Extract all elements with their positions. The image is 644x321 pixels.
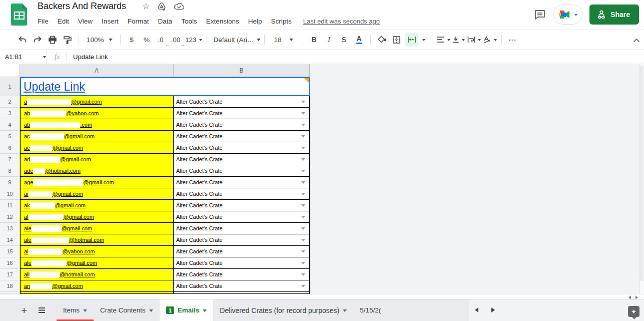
increase-decimal-button[interactable]: .00→ [170, 33, 183, 47]
cell-dropdown-arrow-icon[interactable] [301, 239, 305, 241]
sheet-tab-crate-contents[interactable]: Crate Contents [94, 299, 160, 321]
cell-dropdown-arrow-icon[interactable] [301, 262, 305, 264]
explore-button[interactable]: ✦ [628, 306, 639, 317]
email-link[interactable]: a@gmail.com [24, 99, 102, 105]
crate-cell[interactable]: Alter Cadet's Crate [174, 96, 310, 108]
email-link[interactable]: ai@gmail.com [24, 191, 83, 197]
meet-button[interactable] [553, 5, 582, 25]
sheets-logo-icon[interactable] [11, 3, 28, 26]
format-percent-button[interactable]: % [140, 33, 153, 47]
select-all-corner[interactable] [0, 64, 20, 77]
email-cell[interactable]: an@gmail.com [20, 280, 174, 292]
row-header[interactable]: 18 [0, 280, 20, 292]
row-header[interactable]: 15 [0, 246, 20, 257]
crate-cell[interactable]: Alter Cadet's Crate [174, 246, 310, 257]
email-cell[interactable]: ade@hotmail.com [20, 165, 174, 177]
email-link[interactable]: al@yahoo.com [24, 248, 95, 255]
row-header[interactable]: 16 [0, 257, 20, 269]
row-header[interactable]: 3 [0, 108, 20, 119]
cell-dropdown-arrow-icon[interactable] [301, 204, 305, 207]
row-header[interactable]: 8 [0, 165, 20, 177]
formula-input[interactable]: Update Link [67, 53, 108, 61]
row-header[interactable]: 14 [0, 234, 20, 246]
font-size-select[interactable]: 18 [269, 33, 298, 47]
cell-dropdown-arrow-icon[interactable] [301, 135, 305, 138]
cell-dropdown-arrow-icon[interactable] [301, 285, 305, 287]
row-header[interactable]: 12 [0, 211, 20, 223]
vertical-scrollbar[interactable] [639, 64, 644, 294]
update-link-hyperlink[interactable]: Update Link [24, 80, 85, 94]
crate-cell[interactable]: Alter Cadet's Crate [174, 223, 310, 234]
cell-dropdown-arrow-icon[interactable] [301, 273, 305, 276]
zoom-select[interactable]: 100% [84, 33, 116, 47]
email-link[interactable]: ale@gmail.com [24, 225, 92, 232]
cell-dropdown-arrow-icon[interactable] [301, 216, 305, 218]
tab-menu-caret[interactable] [83, 309, 87, 314]
crate-cell[interactable]: Alter Cadet's Crate [174, 257, 310, 269]
row-header[interactable]: 4 [0, 119, 20, 131]
column-header-a[interactable]: A [20, 64, 174, 77]
crate-cell[interactable]: Alter Cadet's Crate [174, 280, 310, 292]
collapse-toolbar-button[interactable] [633, 30, 640, 51]
last-edit-status[interactable]: Last edit was seconds ago [303, 18, 380, 25]
cell-dropdown-arrow-icon[interactable] [301, 181, 305, 184]
column-header-b[interactable]: B [174, 64, 310, 77]
email-link[interactable]: age@gmail.com [24, 179, 114, 186]
selected-merged-cell[interactable]: Update Link [20, 77, 310, 96]
tabs-scroll-right-icon[interactable] [491, 307, 497, 312]
more-toolbar-button[interactable]: ⋯ [506, 33, 519, 47]
italic-button[interactable]: I [323, 33, 336, 47]
email-cell[interactable]: ale@hotmail.com [20, 234, 174, 246]
email-cell[interactable]: age@gmail.com [20, 177, 174, 188]
strikethrough-button[interactable]: S [338, 33, 351, 47]
row-header[interactable]: 11 [0, 200, 20, 211]
row-header[interactable]: 2 [0, 96, 20, 108]
crate-cell[interactable]: Alter Cadet's Crate [174, 119, 310, 131]
row-header[interactable]: 7 [0, 154, 20, 165]
email-cell[interactable]: ab.com [20, 119, 174, 131]
email-link[interactable]: all@hotmail.com [24, 271, 95, 278]
document-title[interactable]: Backers And Rewards [38, 1, 126, 12]
email-cell[interactable]: ak@gmail.com [20, 200, 174, 211]
cell-dropdown-arrow-icon[interactable] [301, 101, 305, 103]
cell-dropdown-arrow-icon[interactable] [301, 124, 305, 126]
decrease-decimal-button[interactable]: .0← [155, 33, 168, 47]
text-wrap-button[interactable] [467, 33, 481, 47]
crate-cell[interactable]: Alter Cadet's Crate [174, 108, 310, 119]
email-link[interactable]: ak@gmail.com [24, 202, 86, 209]
font-select[interactable]: Default (Ari… [212, 33, 260, 47]
bold-button[interactable]: B [308, 33, 321, 47]
sheet-tab-emails[interactable]: 1Emails [160, 299, 214, 321]
email-cell[interactable]: ale@gmail.com [20, 257, 174, 269]
email-cell[interactable]: ac@gmail.com [20, 142, 174, 154]
all-sheets-button[interactable] [38, 307, 46, 313]
cell-dropdown-arrow-icon[interactable] [301, 112, 305, 115]
horizontal-scrollbar[interactable] [0, 294, 644, 299]
crate-cell[interactable]: Alter Cadet's Crate [174, 177, 310, 188]
email-cell[interactable]: ac@gmail.com [20, 131, 174, 142]
menu-tools[interactable]: Tools [177, 16, 202, 27]
row-header[interactable]: 9 [0, 177, 20, 188]
email-cell[interactable]: ab@yahoo.com [20, 108, 174, 119]
crate-cell[interactable]: Alter Cadet's Crate [174, 200, 310, 211]
scroll-left-icon[interactable] [626, 295, 631, 299]
cell-dropdown-arrow-icon[interactable] [301, 147, 305, 149]
move-to-drive-icon[interactable] [157, 2, 167, 12]
row-header[interactable]: 5 [0, 131, 20, 142]
cell-dropdown-arrow-icon[interactable] [301, 158, 305, 161]
crate-cell[interactable]: Alter Cadet's Crate [174, 269, 310, 280]
email-cell[interactable]: al@gmail.com [20, 211, 174, 223]
email-cell[interactable]: al@yahoo.com [20, 246, 174, 257]
redo-button[interactable] [31, 33, 44, 47]
email-cell[interactable]: ai@gmail.com [20, 188, 174, 200]
format-currency-button[interactable]: $ [125, 33, 138, 47]
sheet-tab-5-15-2[interactable]: 5/15/2( [353, 299, 381, 321]
email-link[interactable]: ale@hotmail.com [24, 237, 104, 243]
menu-view[interactable]: View [74, 16, 97, 27]
add-sheet-button[interactable]: + [21, 305, 27, 315]
undo-button[interactable] [16, 33, 29, 47]
cell-dropdown-arrow-icon[interactable] [301, 227, 305, 230]
cell-dropdown-arrow-icon[interactable] [301, 250, 305, 253]
email-link[interactable]: ad@gmail.com [24, 156, 91, 163]
crate-cell[interactable]: Alter Cadet's Crate [174, 154, 310, 165]
